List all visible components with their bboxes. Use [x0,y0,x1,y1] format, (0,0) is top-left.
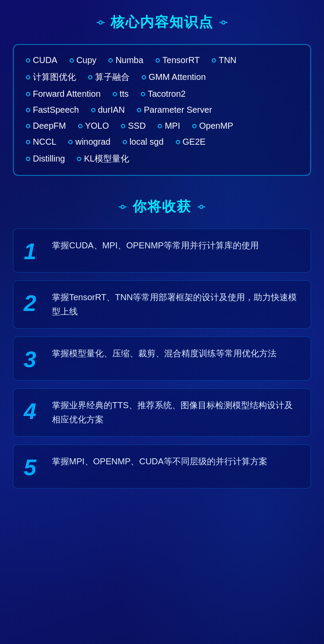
tags-row-4: FastSpeech durIAN Parameter Server [26,105,298,115]
benefit-number-3: 3 [24,348,43,371]
tag-dot [212,58,216,63]
tag-dot [113,92,117,96]
benefit-text-2: 掌握TensorRT、TNN等常用部署框架的设计及使用，助力快速模型上线 [52,290,300,319]
svg-point-9 [200,205,203,208]
tags-row-5: DeepFM YOLO SSD MPI OpenMP [26,121,298,131]
benefit-text-4: 掌握业界经典的TTS、推荐系统、图像目标检测模型结构设计及相应优化方案 [52,398,300,427]
benefit-number-5: 5 [24,456,43,479]
tag-graph-opt: 计算图优化 [26,71,76,83]
tag-dot [123,140,127,144]
tag-dot [68,140,73,144]
tag-openmp: OpenMP [192,121,233,131]
tag-dot [121,124,125,128]
tag-dot [26,124,30,128]
benefit-text-5: 掌握MPI、OPENMP、CUDA等不同层级的并行计算方案 [52,454,267,469]
tag-tensorrt: TensorRT [156,55,200,65]
benefit-card-1: 1 掌握CUDA、MPI、OPENMP等常用并行计算库的使用 [13,228,311,273]
tag-gmm-attention: GMM Attention [142,72,206,82]
tag-dot [70,58,74,63]
tags-box: CUDA Cupy Numba TensorRT TNN 计 [13,44,311,176]
tag-dot [137,108,141,112]
tag-durian: durIAN [91,105,125,115]
tag-winograd: winograd [68,137,110,147]
section1-title: 核心内容知识点 [13,13,311,32]
tag-dot [77,157,81,161]
page-container: 核心内容知识点 CUDA Cupy Numba [0,0,324,514]
tag-distilling: Distilling [26,154,65,164]
benefit-number-1: 1 [24,240,43,263]
tag-dot [78,124,83,128]
tag-cuda: CUDA [26,55,57,65]
tag-kl-quant: KL模型量化 [77,153,129,165]
tag-dot [26,140,30,144]
tag-dot [91,108,95,112]
benefits-section: 你将收获 1 掌握CUDA、MPI、OPENMP等常用并行计算库的使用 2 掌握… [13,197,311,489]
tag-dot [156,58,160,63]
benefit-card-2: 2 掌握TensorRT、TNN等常用部署框架的设计及使用，助力快速模型上线 [13,280,311,329]
tag-dot [26,75,30,79]
tag-tnn: TNN [212,55,236,65]
svg-point-0 [99,21,102,24]
tag-dot [88,75,92,79]
tag-parameter-server: Parameter Server [137,105,212,115]
svg-point-3 [222,21,225,24]
tag-tacotron2: Tacotron2 [141,89,186,99]
benefit-card-5: 5 掌握MPI、OPENMP、CUDA等不同层级的并行计算方案 [13,444,311,489]
svg-point-6 [121,205,124,208]
tag-ssd: SSD [121,121,146,131]
tag-numba: Numba [108,55,143,65]
tag-forward-attention: Forward Attention [26,89,101,99]
tag-dot [26,92,30,96]
benefit-text-3: 掌握模型量化、压缩、裁剪、混合精度训练等常用优化方法 [52,346,276,361]
tag-dot [142,75,146,79]
tag-dot [26,58,30,63]
tag-yolo: YOLO [78,121,109,131]
tag-dot [141,92,145,96]
benefit-text-1: 掌握CUDA、MPI、OPENMP等常用并行计算库的使用 [52,238,259,253]
tags-row-3: Forward Attention tts Tacotron2 [26,89,298,99]
benefit-number-2: 2 [24,292,43,314]
tag-local-sgd: local sgd [123,137,164,147]
tag-fastspeech: FastSpeech [26,105,79,115]
tag-cupy: Cupy [70,55,97,65]
tag-dot [26,157,30,161]
benefit-card-3: 3 掌握模型量化、压缩、裁剪、混合精度训练等常用优化方法 [13,336,311,381]
deco-right-1 [219,18,228,27]
tag-op-fusion: 算子融合 [88,71,130,83]
benefit-number-4: 4 [24,400,43,422]
tags-row-2: 计算图优化 算子融合 GMM Attention [26,71,298,83]
benefit-card-4: 4 掌握业界经典的TTS、推荐系统、图像目标检测模型结构设计及相应优化方案 [13,388,311,437]
tag-mpi: MPI [158,121,180,131]
tags-row-6: NCCL winograd local sgd GE2E [26,137,298,147]
tags-row-7: Distilling KL模型量化 [26,153,298,165]
section2-title: 你将收获 [13,197,311,216]
tag-dot [158,124,162,128]
tag-dot [176,140,180,144]
tag-ge2e: GE2E [176,137,206,147]
tag-dot [192,124,197,128]
tag-tts: tts [113,89,129,99]
deco-right-2 [197,202,206,212]
deco-left-1 [96,18,105,27]
deco-left-2 [118,202,127,212]
tag-dot [108,58,113,63]
tag-nccl: NCCL [26,137,56,147]
tag-dot [26,108,30,112]
tag-deepfm: DeepFM [26,121,66,131]
tags-row-1: CUDA Cupy Numba TensorRT TNN [26,55,298,65]
